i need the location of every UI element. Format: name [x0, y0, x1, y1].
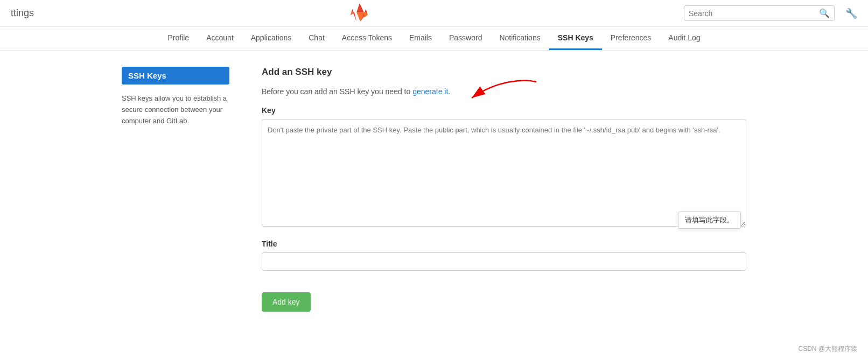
gitlab-logo [349, 4, 369, 23]
info-text: Before you can add an SSH key you need t… [262, 86, 746, 97]
red-arrow [456, 76, 542, 109]
main-content: Add an SSH key Before you can add an SSH… [262, 67, 746, 312]
tab-access-tokens[interactable]: Access Tokens [333, 27, 401, 50]
add-key-button[interactable]: Add key [262, 292, 311, 312]
generate-it-link[interactable]: generate it [412, 87, 448, 96]
search-input[interactable] [689, 9, 819, 18]
logo-area [349, 4, 369, 23]
section-title: Add an SSH key [262, 67, 746, 78]
tab-account[interactable]: Account [198, 27, 242, 50]
key-textarea[interactable] [262, 119, 746, 227]
tab-ssh-keys[interactable]: SSH Keys [549, 27, 602, 50]
info-text-before: Before you can add an SSH key you need t… [262, 87, 412, 96]
sidebar: SSH Keys SSH keys allow you to establish… [122, 67, 229, 312]
tooltip-box: 请填写此字段。 [262, 228, 746, 229]
header-right: 🔍 🔧 [684, 5, 857, 21]
tab-notifications[interactable]: Notifications [491, 27, 549, 50]
tab-audit-log[interactable]: Audit Log [660, 27, 709, 50]
sidebar-title: SSH Keys [122, 67, 229, 85]
title-label: Title [262, 240, 746, 248]
key-field-group: Key 请填写此字段。 [262, 106, 746, 229]
sidebar-description: SSH keys allow you to establish a secure… [122, 93, 229, 126]
tab-applications[interactable]: Applications [242, 27, 300, 50]
tab-chat[interactable]: Chat [300, 27, 333, 50]
validation-tooltip: 请填写此字段。 [678, 212, 741, 229]
title-field-group: Title [262, 240, 746, 281]
title-input[interactable] [262, 252, 746, 271]
wrench-icon[interactable]: 🔧 [845, 8, 857, 19]
tab-password[interactable]: Password [440, 27, 491, 50]
content-area: SSH Keys SSH keys allow you to establish… [111, 51, 757, 328]
page-title: ttings [11, 8, 34, 19]
search-box[interactable]: 🔍 [684, 5, 835, 21]
nav: Profile Account Applications Chat Access… [0, 27, 868, 51]
info-text-after: . [448, 87, 450, 96]
tab-emails[interactable]: Emails [401, 27, 440, 50]
tab-profile[interactable]: Profile [159, 27, 198, 50]
tab-preferences[interactable]: Preferences [602, 27, 660, 50]
header: ttings 🔍 🔧 [0, 0, 868, 27]
search-icon: 🔍 [819, 8, 830, 18]
